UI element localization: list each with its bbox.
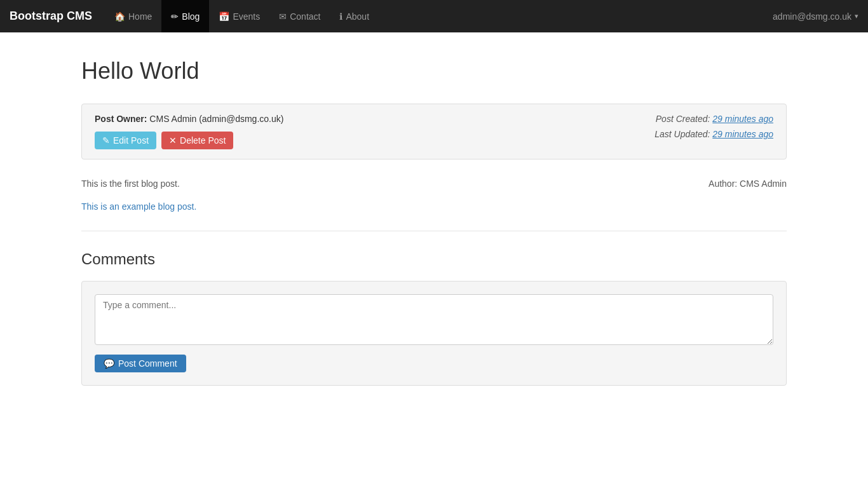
- post-meta-box: Post Owner: CMS Admin (admin@dsmg.co.uk)…: [81, 104, 787, 159]
- home-icon: 🏠: [114, 11, 125, 22]
- post-comment-label: Post Comment: [118, 358, 177, 369]
- nav-item-home: 🏠 Home: [105, 0, 161, 32]
- nav-item-about: ℹ About: [330, 0, 379, 32]
- user-dropdown[interactable]: admin@dsmg.co.uk ▾: [773, 11, 858, 22]
- post-meta-right: Post Created: 29 minutes ago Last Update…: [654, 114, 773, 144]
- main-content: Hello World Post Owner: CMS Admin (admin…: [62, 32, 806, 398]
- post-updated-label: Last Updated:: [654, 129, 710, 139]
- edit-icon: ✎: [102, 135, 110, 146]
- post-summary: This is the first blog post. Author: CMS…: [81, 179, 787, 189]
- nav-link-home[interactable]: 🏠 Home: [105, 0, 161, 32]
- chevron-down-icon: ▾: [855, 12, 858, 20]
- comment-textarea[interactable]: [95, 294, 773, 345]
- post-title: Hello World: [81, 58, 787, 85]
- contact-icon: ✉: [279, 11, 287, 22]
- nav-link-events[interactable]: 📅 Events: [209, 0, 269, 32]
- comment-icon: 💬: [104, 358, 114, 369]
- comments-title: Comments: [81, 250, 787, 268]
- post-comment-button[interactable]: 💬 Post Comment: [95, 355, 186, 372]
- post-created-label: Post Created:: [656, 114, 710, 124]
- delete-icon: ✕: [169, 135, 177, 146]
- post-owner-info: Post Owner: CMS Admin (admin@dsmg.co.uk): [95, 114, 283, 124]
- nav-label-about: About: [346, 11, 369, 22]
- post-updated: Last Updated: 29 minutes ago: [654, 129, 773, 139]
- nav-item-blog: ✏ Blog: [161, 0, 209, 32]
- navbar: Bootstrap CMS 🏠 Home ✏ Blog 📅 Events: [0, 0, 868, 32]
- about-icon: ℹ: [339, 11, 342, 22]
- post-content: This is an example blog post.: [81, 201, 787, 212]
- post-created-time[interactable]: 29 minutes ago: [712, 114, 773, 124]
- nav-item-contact: ✉ Contact: [269, 0, 330, 32]
- post-owner-label: Post Owner:: [95, 114, 147, 124]
- post-author: Author: CMS Admin: [709, 179, 787, 189]
- post-meta-left: Post Owner: CMS Admin (admin@dsmg.co.uk)…: [95, 114, 283, 149]
- nav-label-blog: Blog: [182, 11, 200, 22]
- comments-section: Comments 💬 Post Comment: [81, 250, 787, 386]
- nav-label-events: Events: [233, 11, 260, 22]
- nav-link-about[interactable]: ℹ About: [330, 0, 379, 32]
- nav-item-events: 📅 Events: [209, 0, 269, 32]
- post-created: Post Created: 29 minutes ago: [654, 114, 773, 124]
- post-updated-time[interactable]: 29 minutes ago: [712, 129, 773, 139]
- nav-label-home: Home: [128, 11, 152, 22]
- post-content-link[interactable]: This is an example blog post.: [81, 201, 196, 212]
- comment-box: 💬 Post Comment: [81, 281, 787, 386]
- blog-icon: ✏: [171, 11, 179, 22]
- delete-post-button[interactable]: ✕ Delete Post: [161, 132, 233, 149]
- post-action-buttons: ✎ Edit Post ✕ Delete Post: [95, 132, 283, 149]
- nav-menu: 🏠 Home ✏ Blog 📅 Events ✉ Contact: [105, 0, 379, 32]
- post-body: This is the first blog post. Author: CMS…: [81, 179, 787, 212]
- events-icon: 📅: [219, 11, 229, 22]
- user-email: admin@dsmg.co.uk: [773, 11, 851, 22]
- nav-link-contact[interactable]: ✉ Contact: [269, 0, 330, 32]
- navbar-brand[interactable]: Bootstrap CMS: [10, 10, 92, 23]
- edit-post-button[interactable]: ✎ Edit Post: [95, 132, 156, 149]
- post-excerpt: This is the first blog post.: [81, 179, 180, 189]
- nav-link-blog[interactable]: ✏ Blog: [161, 0, 209, 32]
- section-divider: [81, 231, 787, 231]
- nav-label-contact: Contact: [290, 11, 320, 22]
- post-owner-value: CMS Admin (admin@dsmg.co.uk): [149, 114, 283, 124]
